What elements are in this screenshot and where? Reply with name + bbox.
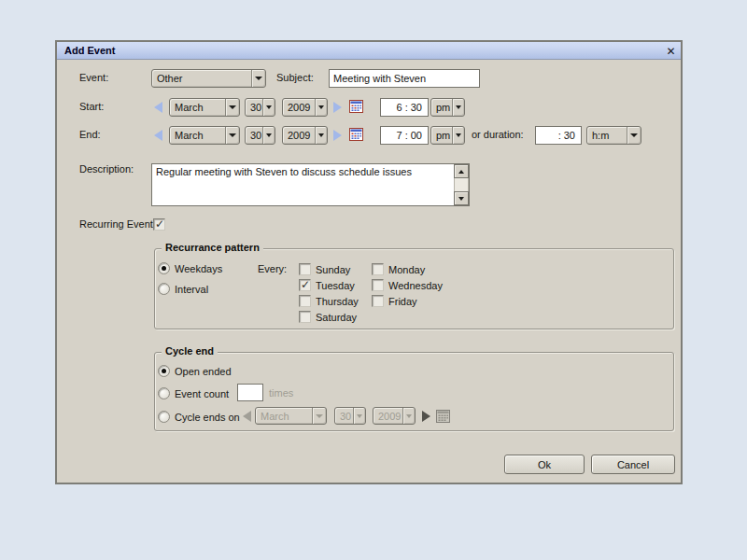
- description-label: Description:: [79, 163, 134, 175]
- description-textarea[interactable]: Regular meeting with Steven to discuss s…: [151, 163, 470, 206]
- end-prev-arrow[interactable]: [154, 130, 162, 141]
- chevron-down-icon: [406, 414, 412, 418]
- day-checkbox-friday[interactable]: Friday: [372, 294, 417, 308]
- cycle-next-arrow[interactable]: [422, 411, 430, 422]
- weekdays-radio[interactable]: Weekdays: [158, 261, 222, 275]
- dropdown-arrow-button: [262, 99, 275, 116]
- day-label: Sunday: [316, 264, 350, 275]
- interval-radio[interactable]: Interval: [158, 282, 208, 296]
- event-count-input[interactable]: [237, 384, 263, 401]
- start-month-value: March: [170, 99, 225, 116]
- start-year-dropdown[interactable]: 2009: [282, 98, 328, 117]
- add-event-dialog: Add Event ✕ Event: Other Subject: Start:…: [55, 40, 683, 484]
- start-calendar-icon[interactable]: [349, 100, 363, 113]
- start-day-value: 30: [246, 99, 262, 116]
- day-label: Tuesday: [316, 280, 355, 291]
- event-count-radio-label: Event count: [175, 388, 229, 399]
- dropdown-arrow-button: [452, 127, 464, 144]
- triangle-up-icon: [458, 170, 464, 174]
- day-label: Saturday: [316, 312, 357, 323]
- recurring-event-checkbox[interactable]: ✓: [153, 218, 165, 231]
- cycle-year-dropdown[interactable]: 2009: [373, 407, 416, 425]
- scroll-up-button[interactable]: [454, 164, 469, 178]
- chevron-down-icon: [229, 105, 236, 109]
- event-count-radio[interactable]: Event count: [158, 386, 229, 400]
- chevron-down-icon: [357, 414, 362, 418]
- cancel-button[interactable]: Cancel: [591, 455, 675, 474]
- subject-label: Subject:: [276, 72, 314, 83]
- checkbox-icon: [299, 263, 311, 275]
- start-month-dropdown[interactable]: March: [169, 98, 240, 117]
- checkbox-icon: ✓: [299, 279, 311, 291]
- cycle-ends-on-radio-label: Cycle ends on: [175, 412, 240, 423]
- cycle-end-group: Cycle end Open ended Event count times C…: [154, 352, 674, 431]
- ok-button[interactable]: Ok: [504, 455, 585, 474]
- start-ampm-value: pm: [431, 99, 452, 116]
- day-label: Monday: [388, 264, 425, 275]
- event-label: Event:: [79, 72, 108, 83]
- radio-icon: [158, 387, 170, 399]
- day-label: Thursday: [316, 296, 359, 307]
- event-type-dropdown[interactable]: Other: [151, 69, 266, 88]
- day-checkbox-sunday[interactable]: Sunday: [299, 262, 350, 276]
- weekdays-radio-label: Weekdays: [175, 263, 222, 274]
- every-label: Every:: [258, 263, 287, 274]
- event-type-value: Other: [152, 70, 251, 87]
- chevron-down-icon: [318, 105, 324, 109]
- radio-selected-icon: [158, 262, 170, 274]
- open-ended-radio[interactable]: Open ended: [158, 364, 232, 378]
- start-day-dropdown[interactable]: 30: [245, 98, 275, 117]
- cycle-prev-arrow[interactable]: [243, 411, 251, 422]
- duration-unit-value: h:m: [587, 127, 627, 144]
- end-calendar-icon[interactable]: [349, 128, 363, 141]
- subject-input[interactable]: [329, 69, 480, 88]
- start-next-arrow[interactable]: [333, 102, 342, 113]
- checkbox-icon: [299, 311, 311, 323]
- close-icon[interactable]: ✕: [664, 44, 678, 58]
- cycle-end-title: Cycle end: [162, 345, 218, 357]
- day-checkbox-saturday[interactable]: Saturday: [299, 310, 357, 324]
- chevron-down-icon: [229, 133, 236, 137]
- day-checkbox-wednesday[interactable]: Wednesday: [372, 278, 443, 292]
- cycle-calendar-icon[interactable]: [436, 410, 450, 423]
- scroll-down-button[interactable]: [454, 191, 469, 205]
- duration-unit-dropdown[interactable]: h:m: [586, 126, 641, 145]
- dropdown-arrow-button: [225, 127, 239, 144]
- dialog-titlebar[interactable]: Add Event ✕: [57, 42, 681, 60]
- scrollbar-track[interactable]: [454, 178, 469, 191]
- radio-icon: [158, 283, 170, 295]
- cycle-year-value: 2009: [374, 408, 402, 424]
- radio-selected-icon: [158, 365, 170, 377]
- description-scrollbar[interactable]: [454, 164, 469, 205]
- dropdown-arrow-button: [225, 99, 239, 116]
- end-next-arrow[interactable]: [333, 130, 342, 141]
- start-time-input[interactable]: [380, 98, 429, 117]
- end-month-value: March: [170, 127, 225, 144]
- end-year-dropdown[interactable]: 2009: [282, 126, 328, 145]
- cycle-day-dropdown[interactable]: 30: [334, 407, 366, 425]
- description-text: Regular meeting with Steven to discuss s…: [156, 166, 452, 178]
- cycle-ends-on-radio[interactable]: Cycle ends on: [158, 410, 240, 424]
- cycle-month-dropdown[interactable]: March: [255, 407, 327, 425]
- checkbox-icon: [372, 279, 384, 291]
- end-label: End:: [79, 129, 101, 140]
- end-ampm-dropdown[interactable]: pm: [430, 126, 465, 145]
- end-day-dropdown[interactable]: 30: [245, 126, 275, 145]
- start-ampm-dropdown[interactable]: pm: [430, 98, 465, 117]
- cycle-month-value: March: [256, 408, 312, 424]
- start-prev-arrow[interactable]: [154, 102, 162, 113]
- end-month-dropdown[interactable]: March: [169, 126, 240, 145]
- end-time-input[interactable]: [380, 126, 429, 145]
- end-day-value: 30: [246, 127, 262, 144]
- duration-input[interactable]: [535, 126, 582, 145]
- dropdown-arrow-button: [315, 127, 327, 144]
- recurring-event-label: Recurring Event:: [79, 218, 156, 230]
- chevron-down-icon: [630, 133, 638, 137]
- day-checkbox-monday[interactable]: Monday: [372, 262, 425, 276]
- day-checkbox-tuesday[interactable]: ✓ Tuesday: [299, 278, 355, 292]
- recurrence-pattern-title: Recurrance pattern: [162, 242, 263, 253]
- dropdown-arrow-button: [315, 99, 327, 116]
- day-checkbox-thursday[interactable]: Thursday: [299, 294, 359, 308]
- times-label: times: [269, 387, 293, 399]
- dropdown-arrow-button: [627, 127, 641, 144]
